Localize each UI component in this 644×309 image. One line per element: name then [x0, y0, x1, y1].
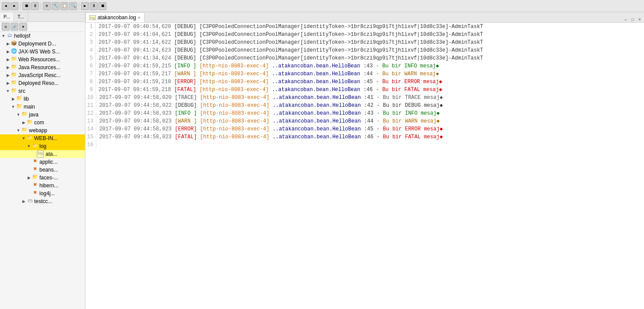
tree-label-hibern: hibern... [39, 183, 58, 189]
log-timestamp: 2017-09-07 09:41:14,622 [99, 39, 174, 46]
tree-item-ata-log[interactable]: ▶ log ata... [0, 150, 85, 158]
log-lines-container: 12017-09-07 09:40:54,620 [DEBUG] [C3P0Po… [85, 23, 644, 149]
tree-item-testcc[interactable]: ▶ 🗃 testcc... [0, 197, 85, 205]
log-line: 22017-09-07 09:41:04,621 [DEBUG] [C3P0Po… [85, 31, 644, 39]
tree-item-java[interactable]: ▼ 📁 java [0, 111, 85, 119]
faces-icon: 📁 [32, 174, 39, 181]
toolbar-sep-2 [41, 3, 41, 10]
tree-item-jaxws[interactable]: ▶ 🌐 JAX-WS Web S... [0, 48, 85, 56]
log-content[interactable]: 12017-09-07 09:40:54,620 [DEBUG] [C3P0Po… [85, 23, 644, 309]
log-class: ..atakancoban.bean.HelloBean [272, 134, 361, 140]
lib-icon: 📁 [16, 95, 23, 102]
log-linenum: :44 [363, 71, 376, 77]
log-class: ..atakancoban.bean.HelloBean [272, 63, 360, 69]
testcc-icon: 🗃 [26, 198, 33, 205]
log-class: ..atakancoban.bean.HelloBean [272, 126, 361, 132]
log-thread: [http-nio-8083-exec-4] [199, 87, 272, 93]
log4j-xml-icon: ✖ [32, 190, 39, 197]
log-thread: [http-nio-8083-exec-4] [200, 110, 273, 116]
line-number: 12 [85, 109, 96, 117]
tree-label-log4j: log4j... [39, 190, 55, 197]
log-level: [WARN ] [174, 71, 200, 77]
tree-item-hibern[interactable]: ▶ ✖ hibern... [0, 182, 85, 190]
tree-item-hellojsf[interactable]: ▼ 🗂 hellojsf [0, 32, 85, 40]
log-timestamp: 2017-09-07 09:44:58,023 [99, 126, 175, 132]
tree-label-webapp: webapp [29, 127, 47, 133]
tree-item-web-inf[interactable]: ▼ 📁 WEB-IN... [0, 134, 85, 142]
line-number: 15 [85, 133, 96, 141]
toolbar-btn-7[interactable]: 📋 [60, 2, 68, 10]
toolbar-btn-10[interactable]: ⏸ [90, 2, 98, 10]
toolbar-btn-5[interactable]: ⚙ [43, 2, 51, 10]
tree-item-log4j[interactable]: ▶ ✖ log4j... [0, 190, 85, 197]
tree-item-src[interactable]: ▼ 📁 src [0, 87, 85, 95]
toolbar-btn-6[interactable]: 🔧 [52, 2, 60, 10]
collapse-all-button[interactable]: ⊟ [2, 23, 10, 31]
tree-item-applic[interactable]: ▶ ✖ applic... [0, 158, 85, 166]
tree-item-main[interactable]: ▼ 📁 main [0, 103, 85, 111]
log-spaces [360, 63, 363, 69]
line-number: 7 [85, 70, 96, 78]
log-linenum: :42 [364, 102, 377, 109]
project-tree[interactable]: ▼ 🗂 hellojsf ▶ 📦 Deployment D... ▶ 🌐 JAX… [0, 32, 85, 309]
tree-label-web-resources: Web Resources... [18, 56, 60, 63]
toolbar-btn-4[interactable]: ⏸ [31, 2, 39, 10]
line-content: 2017-09-07 09:41:59,218 [ERROR] [http-ni… [96, 78, 442, 86]
log-thread: [http-nio-8083-exec-4] [200, 118, 273, 124]
log-level: [DEBUG] [174, 32, 200, 38]
log-line: 42017-09-07 09:41:24,623 [DEBUG] [C3P0Po… [85, 46, 644, 54]
arrow-javascript: ▶ [5, 73, 11, 77]
log-spaces [360, 71, 363, 77]
project-icon: 🗂 [6, 32, 13, 39]
tree-item-beans[interactable]: ▶ ✖ beans... [0, 166, 85, 174]
line-number: 1 [85, 23, 96, 31]
tab-close-button[interactable]: × [138, 15, 141, 20]
tree-item-webapp[interactable]: ▼ 📁 webapp [0, 126, 85, 134]
sidebar-tab-task-list[interactable]: T... [14, 12, 28, 21]
tree-item-faces[interactable]: ▶ 📁 faces-... [0, 174, 85, 182]
log-level: [INFO ] [175, 110, 200, 116]
link-with-editor-button[interactable]: 🔗 [11, 23, 18, 31]
log-class: ..atakancoban.bean.HelloBean [272, 71, 360, 77]
log-timestamp: 2017-09-07 09:44:58,020 [99, 95, 175, 101]
arrow-faces: ▶ [26, 176, 32, 180]
log-raw-content: [C3P0PooledConnectionPoolManager[identit… [199, 47, 483, 53]
log-linenum: :46 [364, 134, 377, 140]
tree-item-web-resources[interactable]: ▶ 📁 Web Resources... [0, 56, 85, 63]
log-message: - Bu bir TRACE mesaj◆ [377, 95, 443, 101]
tree-item-java-resources[interactable]: ▶ 📁 Java Resources... [0, 63, 85, 71]
log-message: - Bu bir ERROR mesaj◆ [377, 126, 443, 132]
log-level: [INFO ] [174, 63, 200, 69]
view-menu-button[interactable]: ▼ [19, 23, 27, 31]
minimize-button[interactable]: — [623, 18, 628, 22]
editor-tab-log[interactable]: log atakancoban.log × [85, 12, 144, 22]
tree-item-deployed[interactable]: ▶ 📁 Deployed Reso... [0, 79, 85, 87]
log-level: [DEBUG] [174, 47, 200, 53]
toolbar-btn-2[interactable]: ▶ [11, 2, 18, 10]
main-icon: 📁 [16, 103, 23, 110]
tree-item-javascript[interactable]: ▶ 📁 JavaScript Resc... [0, 71, 85, 79]
line-content: 2017-09-07 09:41:59,218 [FATAL] [http-ni… [96, 86, 442, 94]
tree-item-com[interactable]: ▶ 📁 com [0, 119, 85, 126]
toolbar-btn-1[interactable]: ◀ [2, 2, 10, 10]
line-number: 8 [85, 78, 96, 86]
line-number: 10 [85, 94, 96, 102]
log-thread: [http-nio-8083-exec-4] [200, 126, 273, 132]
tree-item-log[interactable]: ▼ 📁 log [0, 142, 85, 150]
toolbar-btn-3[interactable]: ⏹ [22, 2, 30, 10]
maximize-button[interactable]: □ [630, 18, 635, 22]
log-timestamp: 2017-09-07 09:44:58,022 [99, 102, 175, 109]
log-class: ..atakancoban.bean.HelloBean [272, 110, 361, 116]
toolbar-btn-9[interactable]: ▶ [81, 2, 89, 10]
tree-item-lib[interactable]: ▶ 📁 lib [0, 95, 85, 103]
tree-label-log: log [39, 143, 46, 149]
arrow-src: ▼ [5, 89, 11, 93]
log-line: 16 [85, 141, 644, 149]
tree-item-deployment[interactable]: ▶ 📦 Deployment D... [0, 40, 85, 48]
close-editor-button[interactable]: × [637, 18, 642, 22]
log-linenum: :46 [363, 87, 376, 93]
toolbar-btn-11[interactable]: ⏹ [99, 2, 106, 10]
sidebar-tab-package-explorer[interactable]: P... [0, 12, 14, 21]
toolbar-btn-8[interactable]: 🔍 [69, 2, 77, 10]
line-number: 9 [85, 86, 96, 94]
